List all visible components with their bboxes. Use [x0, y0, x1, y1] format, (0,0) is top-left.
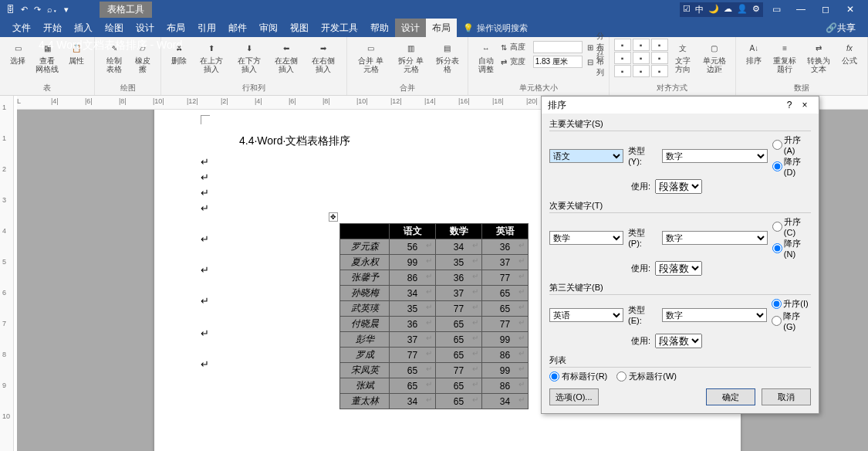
tab-layout[interactable]: 布局 [160, 19, 191, 37]
cancel-button[interactable]: 取消 [762, 388, 811, 405]
ok-button[interactable]: 确定 [706, 388, 755, 405]
align-tl-button[interactable]: ▪ [614, 39, 631, 51]
ribbon-display-icon[interactable]: ▭ [765, 4, 788, 15]
undo-icon[interactable]: ↶ [21, 5, 28, 15]
tab-file[interactable]: 文件 [6, 19, 37, 37]
table-row[interactable]: 罗成77↵65↵86↵ [340, 348, 529, 363]
primary-desc-radio[interactable]: 降序(D) [772, 156, 811, 177]
insert-above-button[interactable]: ⬆在上方插入 [194, 39, 229, 75]
text-direction-button[interactable]: 文文字方向 [670, 39, 697, 75]
minimize-button[interactable]: — [789, 4, 812, 15]
cell-margins-button[interactable]: ▢单元格 边距 [697, 39, 731, 75]
primary-using-select[interactable]: 段落数 [655, 179, 702, 194]
tertiary-type-select[interactable]: 数字 [662, 308, 767, 322]
width-input[interactable] [533, 56, 583, 68]
tertiary-desc-radio[interactable]: 降序(G) [772, 310, 811, 331]
table-row[interactable]: 张馨予86↵36↵77↵ [340, 270, 529, 286]
paragraph-mark[interactable]: ↵ [201, 156, 209, 168]
secondary-desc-radio[interactable]: 降序(N) [772, 238, 811, 259]
tray-icon-1[interactable]: ☑ [683, 4, 691, 15]
customize-qa-icon[interactable]: ▾ [64, 5, 69, 15]
distribute-cols-button[interactable]: ⊟ 分布列 [587, 55, 604, 69]
table-row[interactable]: 彭华37↵65↵99↵ [340, 332, 529, 348]
tertiary-using-select[interactable]: 段落数 [655, 334, 702, 348]
no-header-row-radio[interactable]: 无标题行(W) [616, 371, 677, 382]
paragraph-mark[interactable]: ↵ [201, 187, 209, 198]
tab-insert[interactable]: 插入 [68, 19, 99, 37]
tell-me[interactable]: 💡 操作说明搜索 [463, 22, 528, 34]
primary-key-select[interactable]: 语文 [549, 149, 623, 163]
document-table[interactable]: 语文数学英语罗元森56↵34↵36↵夏永权99↵35↵37↵张馨予86↵36↵7… [339, 223, 529, 409]
dialog-help-button[interactable]: ? [782, 100, 797, 110]
options-button[interactable]: 选项(O)... [549, 388, 599, 405]
close-button[interactable]: ✕ [839, 4, 862, 15]
secondary-key-select[interactable]: 数学 [549, 231, 623, 245]
tab-review[interactable]: 审阅 [253, 19, 284, 37]
dialog-titlebar[interactable]: 排序 ? × [542, 97, 819, 114]
table-row[interactable]: 武英瑛35↵77↵65↵ [340, 301, 529, 317]
tab-view[interactable]: 视图 [284, 19, 315, 37]
tab-developer[interactable]: 开发工具 [315, 19, 364, 37]
align-bl-button[interactable]: ▪ [614, 65, 631, 77]
align-tc-button[interactable]: ▪ [633, 39, 650, 51]
table-row[interactable]: 董太林34↵65↵34↵ [340, 394, 529, 409]
share-button[interactable]: 🔗 共享 [819, 19, 862, 37]
sort-button[interactable]: A↓排序 [741, 39, 767, 66]
paragraph-mark[interactable]: ↵ [201, 358, 209, 370]
convert-button[interactable]: ⇄转换为文本 [802, 39, 835, 75]
tertiary-asc-radio[interactable]: 升序(I) [772, 298, 811, 310]
align-tr-button[interactable]: ▪ [651, 39, 668, 51]
header-row-radio[interactable]: 有标题行(R) [549, 371, 607, 382]
tertiary-key-select[interactable]: 英语 [549, 308, 623, 322]
tray-icon-ime[interactable]: 中 [695, 4, 704, 15]
dialog-close-button[interactable]: × [797, 100, 812, 110]
paragraph-mark[interactable]: ↵ [201, 171, 209, 183]
table-row[interactable]: 罗元森56↵34↵36↵ [340, 239, 529, 255]
formula-button[interactable]: fx公式 [836, 39, 863, 66]
split-cells-button[interactable]: ▥拆分 单元格 [392, 39, 431, 75]
autofit-button[interactable]: ↔自动调整 [473, 39, 499, 75]
table-row[interactable]: 付晓晨36↵65↵77↵ [340, 317, 529, 332]
table-move-handle[interactable]: ✥ [329, 212, 338, 222]
tab-references[interactable]: 引用 [191, 19, 222, 37]
tray-icon-moon[interactable]: 🌙 [708, 4, 719, 15]
paragraph-mark[interactable]: ↵ [201, 202, 209, 214]
primary-asc-radio[interactable]: 升序(A) [772, 134, 811, 155]
maximize-button[interactable]: ◻ [814, 4, 837, 15]
align-ml-button[interactable]: ▪ [614, 52, 631, 64]
paragraph-mark[interactable]: ↵ [201, 295, 209, 307]
save-icon[interactable]: 🗄 [6, 5, 15, 14]
height-input[interactable] [533, 41, 583, 53]
tab-design[interactable]: 设计 [130, 19, 160, 37]
tray-icon-user[interactable]: 👤 [737, 4, 748, 15]
tab-help[interactable]: 帮助 [364, 19, 395, 37]
table-header[interactable]: 数学 [436, 224, 482, 239]
quick-icon[interactable]: ⌕▾ [47, 5, 58, 14]
insert-left-button[interactable]: ⬅在左侧插入 [269, 39, 304, 75]
tab-draw[interactable]: 绘图 [99, 19, 130, 37]
split-table-button[interactable]: ▤拆分表格 [432, 39, 463, 75]
table-row[interactable]: 夏永权99↵35↵37↵ [340, 255, 529, 270]
paragraph-mark[interactable]: ↵ [201, 264, 209, 276]
document-heading[interactable]: 4.4·Word·文档表格排序 [239, 134, 350, 148]
tab-mailings[interactable]: 邮件 [222, 19, 253, 37]
table-row[interactable]: 宋凤英65↵77↵99↵ [340, 363, 529, 378]
align-mc-button[interactable]: ▪ [633, 52, 650, 64]
paragraph-mark[interactable]: ↵ [201, 327, 209, 339]
tab-table-design[interactable]: 设计 [395, 19, 426, 37]
ruler-vertical[interactable]: 1 1 2 3 4 5 6 7 8 9 10 [0, 96, 14, 451]
align-mr-button[interactable]: ▪ [651, 52, 668, 64]
table-header[interactable]: 英语 [482, 224, 529, 239]
align-bc-button[interactable]: ▪ [633, 65, 650, 77]
paragraph-mark[interactable]: ↵ [201, 233, 209, 245]
insert-below-button[interactable]: ⬇在下方插入 [231, 39, 267, 75]
insert-right-button[interactable]: ➡在右侧插入 [306, 39, 341, 75]
select-button[interactable]: ▭选择 [5, 39, 31, 66]
table-row[interactable]: 孙晓梅34↵37↵65↵ [340, 286, 529, 301]
table-header[interactable] [340, 224, 390, 239]
primary-type-select[interactable]: 数字 [662, 149, 767, 163]
tab-home[interactable]: 开始 [37, 19, 68, 37]
align-br-button[interactable]: ▪ [651, 65, 668, 77]
secondary-using-select[interactable]: 段落数 [655, 261, 702, 276]
repeat-header-button[interactable]: ≡重复标题行 [768, 39, 801, 75]
